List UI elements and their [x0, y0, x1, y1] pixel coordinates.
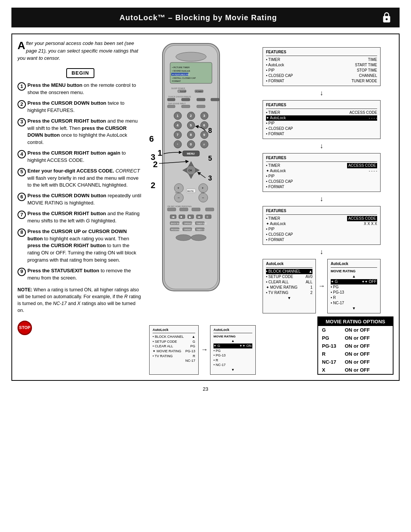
- arrow-1: ↓: [263, 89, 381, 97]
- step-content-8: Press the CURSOR UP or CURSOR DOWN butto…: [27, 228, 143, 264]
- svg-rect-83: [205, 215, 211, 219]
- lock-icon: [381, 11, 392, 24]
- svg-text:0: 0: [190, 142, 192, 146]
- svg-text:–: –: [202, 196, 204, 200]
- svg-text:#: #: [203, 143, 205, 146]
- svg-text:SLEEP: SLEEP: [180, 90, 186, 93]
- step-overlay-1: 1: [158, 148, 162, 158]
- svg-rect-19: [182, 98, 190, 101]
- step-2: 2 Press the CURSOR DOWN button twice to …: [18, 100, 143, 114]
- svg-text:ON SEC  HOME  PERSONAL: ON SEC HOME PERSONAL: [167, 205, 192, 208]
- step-num-7: 7: [18, 211, 26, 219]
- note-label: NOTE:: [18, 287, 32, 292]
- table-row: NC-17 ON or OFF: [318, 358, 393, 366]
- svg-text:2: 2: [190, 114, 192, 118]
- step-9: 9 Press the STATUS/EXIT button to remove…: [18, 267, 143, 282]
- arrow-bottom-right: →: [201, 325, 208, 375]
- rating-nc17: NC-17: [318, 358, 341, 366]
- svg-rect-25: [197, 105, 205, 108]
- svg-text:*: *: [177, 143, 178, 146]
- svg-text:MUTE: MUTE: [187, 190, 194, 192]
- arrow-2: ↓: [263, 142, 381, 150]
- drop-cap: A: [18, 40, 25, 51]
- step-num-3: 3: [18, 118, 26, 126]
- step-content-3: Press the CURSOR RIGHT button and the me…: [27, 118, 143, 146]
- step-content-2: Press the CURSOR DOWN button twice to hi…: [27, 100, 143, 114]
- stop-badge: STOP: [18, 321, 32, 335]
- screens-column: FEATURES • TIMERTIME • AutoLockSTART TIM…: [263, 47, 381, 313]
- svg-text:II: II: [207, 216, 208, 218]
- page-title: AutoLock™ – Blocking by Movie Rating: [19, 13, 378, 22]
- table-row: R ON or OFF: [318, 350, 393, 358]
- option-pg: ON or OFF: [341, 334, 393, 342]
- rating-x: X: [318, 366, 341, 374]
- svg-rect-21: [211, 98, 219, 101]
- screen-panel-3: FEATURES • TIMERACCESS CODE ✦ AutoLock- …: [263, 153, 381, 192]
- svg-text:• INSTALL    CLOSED CAP: • INSTALL CLOSED CAP: [172, 77, 196, 79]
- step-5: 5 Enter your four-digit ACCESS CODE. COR…: [18, 168, 143, 189]
- svg-text:TV/VCR  CH/VCR FREEZE: TV/VCR CH/VCR FREEZE: [168, 96, 191, 98]
- svg-text:SAP     SOUND    INPUT: SAP SOUND INPUT: [168, 102, 186, 105]
- option-r: ON or OFF: [341, 350, 393, 358]
- svg-text:+: +: [202, 186, 204, 190]
- svg-text:✦ FEATURES   PIP: ✦ FEATURES PIP: [172, 73, 190, 76]
- remote-control: • PICTURE TIMER • SOUND AutoLock ✦ FEATU…: [149, 40, 256, 313]
- step-1: 1 Press the MENU button on the remote co…: [18, 82, 143, 96]
- option-nc17: ON or OFF: [341, 358, 393, 366]
- movie-rating-table: MOVIE RATING OPTIONS G ON or OFF PG ON o…: [317, 316, 393, 375]
- svg-text:9: 9: [203, 133, 205, 137]
- svg-text:3: 3: [203, 114, 205, 118]
- step-label-2-2: 2: [151, 181, 155, 190]
- screen-panel-5b: AutoLock MOVIE RATING ▲ ✦ G✦✦ OFF • PG •…: [327, 259, 381, 313]
- svg-text:1: 1: [177, 114, 178, 118]
- step-3: 3 Press the CURSOR RIGHT button and the …: [18, 118, 143, 146]
- svg-text:PROGRAM LIST: PROGRAM LIST: [171, 229, 184, 231]
- option-pg13: ON or OFF: [341, 342, 393, 350]
- step-label-3-2: 3: [151, 152, 155, 162]
- rating-r: R: [318, 350, 341, 358]
- svg-text:OPEN/CLOSE: OPEN/CLOSE: [184, 229, 195, 231]
- svg-text:4: 4: [177, 123, 178, 127]
- svg-point-97: [176, 235, 191, 241]
- svg-text:OPEN/CLOSE: OPEN/CLOSE: [184, 222, 197, 225]
- svg-text:8: 8: [190, 133, 192, 137]
- rating-pg: PG: [318, 334, 341, 342]
- table-row: PG-13 ON or OFF: [318, 342, 393, 350]
- svg-text:7: 7: [177, 133, 178, 137]
- step-num-6: 6: [18, 193, 26, 201]
- svg-point-98: [191, 235, 206, 241]
- svg-text:5: 5: [190, 123, 192, 127]
- svg-text:FORMAT: FORMAT: [172, 80, 181, 82]
- step-6: 6 Press the CURSOR DOWN button repeatedl…: [18, 192, 143, 207]
- page-container: AutoLock™ – Blocking by Movie Rating Aft…: [0, 0, 411, 532]
- rating-pg13: PG-13: [318, 342, 341, 350]
- step-num-2: 2: [18, 100, 26, 109]
- right-column: • PICTURE TIMER • SOUND AutoLock ✦ FEATU…: [149, 40, 393, 375]
- svg-text:TIMER < 8: TIMER < 8: [196, 229, 205, 231]
- step-overlay-5: 5: [208, 155, 212, 162]
- step-overlay-3: 3: [208, 174, 212, 182]
- svg-rect-73: [192, 208, 200, 211]
- svg-rect-72: [180, 208, 188, 211]
- svg-text:⏮: ⏮: [172, 216, 175, 218]
- bottom-section: AutoLock • BLOCK CHANNEL▲ • SETUP CODEG …: [149, 316, 393, 375]
- page-number: 23: [11, 386, 400, 392]
- remote-svg: • PICTURE TIMER • SOUND AutoLock ✦ FEATU…: [149, 40, 233, 299]
- step-content-9: Press the STATUS/EXIT button to remove t…: [27, 267, 143, 282]
- intro-paragraph: After your personal access code has been…: [18, 40, 143, 62]
- step-7: 7 Press the CURSOR RIGHT button and the …: [18, 210, 143, 225]
- remote-screens-area: • PICTURE TIMER • SOUND AutoLock ✦ FEATU…: [149, 40, 393, 313]
- step-content-5: Enter your four-digit ACCESS CODE. CORRE…: [27, 168, 143, 189]
- table-row: X ON or OFF: [318, 366, 393, 374]
- svg-rect-18: [167, 98, 175, 101]
- svg-text:SLEEP        POWER: SLEEP POWER: [171, 87, 185, 89]
- bottom-left-screens: AutoLock • BLOCK CHANNEL▲ • SETUP CODEG …: [149, 325, 314, 375]
- table-row: PG ON or OFF: [318, 334, 393, 342]
- left-column: After your personal access code has been…: [18, 40, 143, 375]
- note-section: NOTE: When a rating is turned ON, all hi…: [18, 286, 143, 314]
- svg-rect-24: [182, 105, 190, 108]
- svg-rect-74: [206, 208, 214, 211]
- svg-text:6: 6: [203, 123, 205, 127]
- svg-text:TIMER REC: TIMER REC: [196, 222, 207, 225]
- step-num-5: 5: [18, 168, 26, 176]
